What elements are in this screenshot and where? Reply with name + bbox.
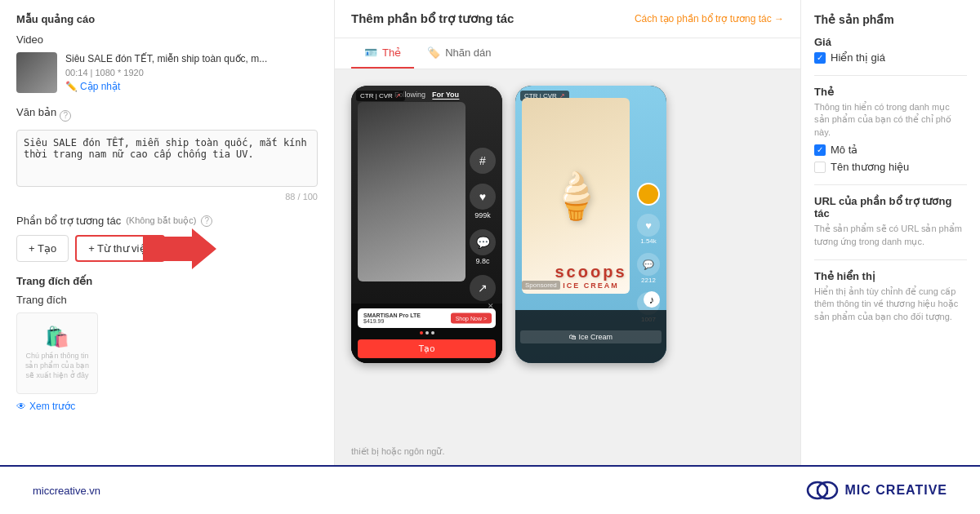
heart-icon: ♥ <box>470 184 496 210</box>
button-area: + Tạo + Từ thư viện <box>16 235 165 262</box>
interactive-label-row: Phần bổ trợ tương tác (Không bắt buộc) ? <box>16 215 318 227</box>
update-link[interactable]: ✏️ Cập nhật <box>65 81 318 92</box>
interactive-label-text: Phần bổ trợ tương tác <box>16 215 121 227</box>
destination-title: Trang đích đến <box>16 275 318 287</box>
video-thumb-image <box>16 52 57 93</box>
url-desc: Thẻ sản phẩm sẽ có URL sản phẩm tương ứn… <box>814 223 967 248</box>
shopping-bag-icon: 🛍️ <box>45 326 69 348</box>
edit-icon: ✏️ <box>65 81 78 92</box>
ctr-badge-1: CTR | CVR ↗ <box>356 91 405 101</box>
text-label-row: Văn bản ? <box>16 106 318 125</box>
phone-mockups-area: Following For You CTR | CVR ↗ <box>335 69 800 446</box>
phone2-background: CTR | CVR ↗ 🍦 scoops ICE CREAM <box>515 86 666 363</box>
divider-3 <box>814 259 967 260</box>
brand-name-checkbox[interactable] <box>814 162 826 173</box>
middle-panel: Thêm phần bổ trợ tương tác Cách tạo phần… <box>335 0 800 465</box>
destination-section: Trang đích đến Trang đích 🛍️ Chú phần th… <box>16 275 318 412</box>
video-section: Video Siêu SALE đón TẾT, miễn ship toàn … <box>16 33 318 93</box>
close-product-card[interactable]: ✕ <box>488 302 494 310</box>
card-icon: 🪪 <box>364 47 377 59</box>
text-label: Văn bản <box>16 106 56 118</box>
interactive-section: Phần bổ trợ tương tác (Không bắt buộc) ?… <box>16 215 318 262</box>
create-phone-btn[interactable]: Tạo <box>358 339 496 358</box>
comment-count: 9.8c <box>475 257 489 265</box>
phone2-avatar <box>637 183 660 206</box>
tab-the-label: Thẻ <box>382 47 401 59</box>
arrow-indicator <box>143 228 216 272</box>
preview-link[interactable]: 👁 Xem trước <box>16 401 318 412</box>
help-link[interactable]: Cách tạo phần bổ trợ tương tác → <box>635 13 784 24</box>
footer-brand: MIC CREATIVE <box>806 479 947 502</box>
interactive-info-icon[interactable]: ? <box>201 215 212 227</box>
url-field-group: URL của phần bổ trợ tương tác Thẻ sản ph… <box>814 195 967 248</box>
video-meta: 00:14 | 1080 * 1920 <box>65 68 318 78</box>
price-checkbox-row[interactable]: ✓ Hiển thị giá <box>814 51 967 64</box>
mic-brand-name: MIC CREATIVE <box>845 483 947 498</box>
mic-logo-svg <box>806 479 839 502</box>
right-title: Thẻ sản phẩm <box>814 13 967 26</box>
description-checkbox-row[interactable]: ✓ Mô tả <box>814 144 967 156</box>
video-name: Siêu SALE đón TẾT, miễn ship toàn quốc, … <box>65 53 318 64</box>
tab-the[interactable]: 🪪 Thẻ <box>351 38 414 69</box>
eye-icon: 👁 <box>16 401 26 412</box>
price-checkbox[interactable]: ✓ <box>814 52 826 64</box>
update-label: Cập nhật <box>80 81 120 92</box>
for-you-label: For You <box>432 91 459 100</box>
phone1-background: Following For You CTR | CVR ↗ <box>351 86 502 363</box>
card-label: Thẻ <box>814 86 967 98</box>
middle-description <box>679 86 784 430</box>
hash-icon: # <box>470 148 496 174</box>
phone-mockup-1: Following For You CTR | CVR ↗ <box>351 86 502 363</box>
comment-icon-btn: 💬 9.8c <box>470 229 496 265</box>
dot-1 <box>420 331 423 335</box>
product-card: SMARTISAN Pro LTE $419.99 Shop Now > ✕ <box>351 304 502 363</box>
panel-title: Thêm phần bổ trợ tương tác <box>351 11 514 26</box>
text-info-icon[interactable]: ? <box>60 110 71 122</box>
destination-sub: Trang đích <box>16 294 318 306</box>
phone1-product-image <box>358 102 466 281</box>
phone2-screen: CTR | CVR ↗ 🍦 scoops ICE CREAM <box>515 86 666 363</box>
dot-2 <box>425 331 429 335</box>
create-button[interactable]: + Tạo <box>16 235 69 262</box>
phone2-comment: 💬 2212 <box>637 253 660 284</box>
tab-nhan-dan[interactable]: 🏷️ Nhãn dán <box>414 38 504 69</box>
description-label: Mô tả <box>831 144 858 156</box>
display-desc: Hiển thị ảnh tùy chỉnh để cung cấp thêm … <box>814 286 967 323</box>
text-section: Văn bản ? Siêu SALE đón TẾT, miễn ship t… <box>16 106 318 202</box>
destination-preview-box: 🛍️ Chú phần thông tin sản phẩm của bạn s… <box>16 312 98 394</box>
left-panel: Mẫu quảng cáo Video Siêu SALE đón TẾT, m… <box>0 0 335 465</box>
comment-icon: 💬 <box>470 229 496 255</box>
brand-name-checkbox-row[interactable]: Tên thương hiệu <box>814 161 967 173</box>
card-dots <box>358 331 496 335</box>
display-field-group: Thẻ hiển thị Hiển thị ảnh tùy chỉnh để c… <box>814 270 967 323</box>
char-count: 88 / 100 <box>16 192 318 202</box>
price-field-group: Giá ✓ Hiển thị giá <box>814 36 967 64</box>
hash-icon-btn: # <box>470 148 496 174</box>
card-field-group: Thẻ Thông tin hiển có trong danh mục sản… <box>814 86 967 173</box>
text-input[interactable]: Siêu SALE đón TẾT, miễn ship toàn quốc, … <box>16 130 318 187</box>
tabs-row: 🪪 Thẻ 🏷️ Nhãn dán <box>335 38 800 69</box>
tab-nhan-dan-label: Nhãn dán <box>445 47 491 59</box>
middle-header: Thêm phần bổ trợ tương tác Cách tạo phần… <box>335 0 800 38</box>
svg-marker-0 <box>143 228 216 269</box>
video-label: Video <box>16 33 318 46</box>
middle-note: thiết bị hoặc ngôn ngữ. <box>335 446 800 465</box>
heart-icon-2: ♥ <box>637 214 660 237</box>
sponsored-label: Sponsored <box>522 281 560 290</box>
phone2-bottom-bar: 🛍 Ice Cream <box>515 310 666 363</box>
note-text: thiết bị hoặc ngôn ngữ. <box>351 446 445 456</box>
share-icon-btn: ↗ <box>470 275 496 301</box>
shop-now-button[interactable]: Shop Now > <box>451 313 492 324</box>
divider-2 <box>814 184 967 185</box>
phone2-product-tag: 🛍 Ice Cream <box>520 330 662 343</box>
ctr-arrow-1: ↗ <box>395 92 401 100</box>
brand-name-label: Tên thương hiệu <box>831 161 909 173</box>
price-checkbox-label: Hiển thị giá <box>831 51 885 64</box>
video-row: Siêu SALE đón TẾT, miễn ship toàn quốc, … <box>16 52 318 93</box>
video-info: Siêu SALE đón TẾT, miễn ship toàn quốc, … <box>65 53 318 92</box>
right-panel: Thẻ sản phẩm Giá ✓ Hiển thị giá Thẻ Thôn… <box>800 0 980 465</box>
comment-count-2: 2212 <box>641 277 656 284</box>
card-desc: Thông tin hiển có trong danh mục sản phẩ… <box>814 101 967 139</box>
ctr-text-1: CTR | CVR <box>360 92 393 100</box>
description-checkbox[interactable]: ✓ <box>814 144 826 156</box>
